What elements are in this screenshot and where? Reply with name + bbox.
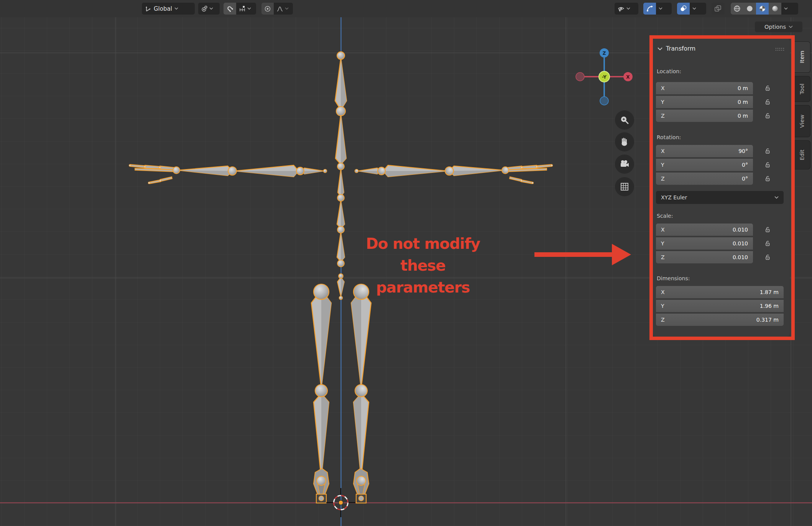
axis-label: X [661, 148, 665, 154]
tab-edit[interactable]: Edit [794, 140, 810, 169]
shading-wireframe-button[interactable] [731, 3, 743, 15]
tab-item[interactable]: Item [794, 41, 810, 73]
rotation-z-field[interactable]: Z 0° [656, 173, 753, 185]
magnet-icon [225, 3, 235, 14]
svg-text:-Y: -Y [602, 74, 607, 80]
location-z-field[interactable]: Z 0 m [656, 110, 753, 122]
viewport-shading-group[interactable] [731, 3, 798, 15]
axis-value: 0 m [738, 85, 748, 91]
options-label: Options [764, 24, 786, 30]
overlays-group[interactable] [677, 3, 706, 15]
axis-value: 0° [742, 176, 748, 182]
proportional-edit-toggle[interactable] [261, 3, 274, 15]
hand-icon [620, 137, 630, 147]
lock-icon[interactable] [764, 240, 772, 248]
axis-label: X [661, 289, 665, 295]
proportional-circle-icon [264, 5, 271, 12]
transform-panel-header[interactable]: Transform [657, 45, 695, 52]
xray-toggle[interactable] [712, 3, 725, 15]
proportional-editing-group[interactable] [261, 3, 293, 15]
rotation-y-field[interactable]: Y 0° [656, 159, 753, 171]
camera-view-button[interactable] [615, 155, 634, 174]
axis-value: 0.010 [733, 227, 748, 233]
axis-label: X [661, 85, 665, 91]
gizmo-axis-neg-x[interactable] [576, 72, 584, 81]
location-y-field[interactable]: Y 0 m [656, 96, 753, 108]
falloff-curve-icon [276, 5, 283, 12]
orientation-axes-icon [145, 5, 151, 12]
dimensions-x-field[interactable]: X 1.87 m [656, 286, 784, 298]
lock-icon[interactable] [764, 148, 772, 155]
overlays-icon [680, 5, 687, 12]
dimensions-z-field[interactable]: Z 0.317 m [656, 314, 784, 326]
axis-label: X [661, 227, 665, 233]
axis-value: 90° [738, 148, 748, 154]
solid-sphere-icon [746, 5, 753, 12]
location-x-field[interactable]: X 0 m [656, 82, 753, 94]
axis-label: Z [661, 254, 665, 260]
grid-icon [620, 182, 630, 192]
gizmo-axis-z[interactable]: Z [600, 48, 609, 58]
shading-rendered-button[interactable] [769, 3, 781, 15]
lock-icon[interactable] [764, 175, 772, 183]
rendered-sphere-icon [771, 5, 779, 12]
lock-icon[interactable] [764, 112, 772, 120]
axis-value: 0.010 [733, 254, 748, 260]
snap-toggle-button[interactable] [224, 3, 236, 15]
show-gizmo-dropdown[interactable] [615, 3, 638, 15]
gizmo-axis-neg-z[interactable] [600, 97, 608, 105]
options-button[interactable]: Options [755, 21, 802, 32]
chevron-down-icon [209, 7, 213, 10]
axis-label: Y [661, 99, 664, 105]
tab-tool[interactable]: Tool [794, 76, 810, 102]
panel-title: Transform [666, 45, 695, 52]
panel-drag-dots-icon[interactable] [775, 48, 784, 51]
overlays-dropdown[interactable] [690, 3, 699, 15]
gizmo-axis-neg-y[interactable]: -Y [599, 71, 610, 82]
camera-icon [619, 159, 630, 169]
shading-solid-button[interactable] [743, 3, 756, 15]
axis-label: Y [661, 240, 664, 247]
chevron-down-icon [247, 7, 251, 10]
lock-icon[interactable] [764, 161, 772, 169]
show-gizmos-toggle[interactable] [643, 3, 656, 15]
location-section-label: Location: [657, 68, 681, 74]
axis-label: Y [661, 303, 664, 309]
rotation-x-field[interactable]: X 90° [656, 145, 753, 157]
scale-x-field[interactable]: X 0.010 [656, 224, 753, 236]
lock-icon[interactable] [764, 254, 772, 261]
rotation-mode-dropdown[interactable]: XYZ Euler [656, 191, 784, 204]
lock-icon[interactable] [764, 226, 772, 234]
axis-value: 0 m [738, 99, 748, 105]
gizmo-axis-x[interactable]: X [623, 72, 633, 81]
zoom-button[interactable] [615, 110, 634, 130]
tab-view[interactable]: View [794, 105, 810, 137]
gizmos-group[interactable] [643, 3, 672, 15]
axis-value: 1.87 m [760, 289, 779, 295]
axis-value: 1.96 m [760, 303, 779, 309]
svg-text:X: X [626, 74, 630, 80]
scale-z-field[interactable]: Z 0.010 [656, 251, 753, 263]
snap-to-dropdown[interactable] [236, 3, 254, 15]
toggle-ortho-button[interactable] [615, 177, 634, 196]
lock-icon[interactable] [764, 85, 772, 92]
lock-icon[interactable] [764, 99, 772, 106]
pan-button[interactable] [615, 132, 634, 151]
shading-material-button[interactable] [756, 3, 769, 15]
pivot-point-dropdown[interactable] [198, 3, 220, 15]
svg-text:Z: Z [603, 51, 606, 56]
proportional-falloff-dropdown[interactable] [274, 3, 291, 15]
axis-label: Z [661, 113, 665, 119]
xray-icon [714, 5, 722, 12]
show-overlays-toggle[interactable] [677, 3, 690, 15]
chevron-down-icon [285, 7, 289, 10]
snapping-group[interactable] [224, 3, 256, 15]
shading-dropdown[interactable] [781, 3, 791, 15]
gizmos-dropdown[interactable] [656, 3, 665, 15]
axis-value: 0° [742, 162, 748, 168]
transform-orientation-dropdown[interactable]: Global [142, 3, 195, 15]
scale-y-field[interactable]: Y 0.010 [656, 237, 753, 250]
dimensions-y-field[interactable]: Y 1.96 m [656, 300, 784, 312]
chevron-down-icon [174, 7, 178, 10]
chevron-down-icon [626, 7, 630, 10]
